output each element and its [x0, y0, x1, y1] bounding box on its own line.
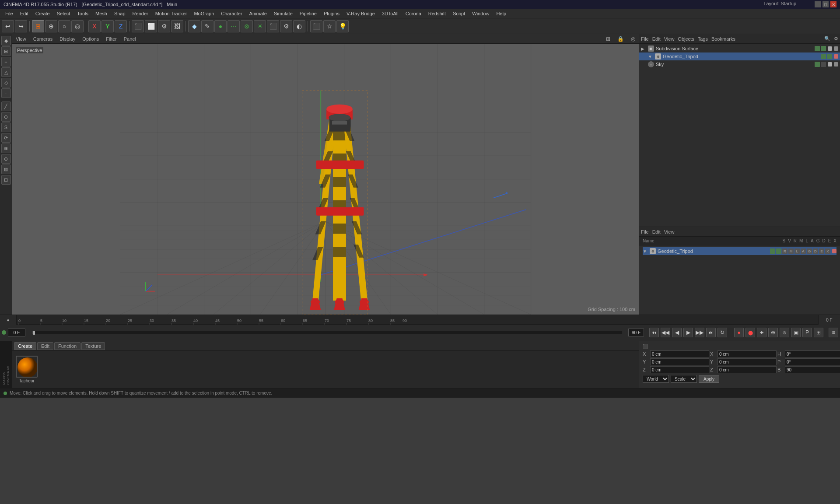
viewport-options-menu[interactable]: Options — [82, 36, 99, 42]
mat-tab-create[interactable]: Create — [14, 342, 36, 350]
mat-tab-texture[interactable]: Texture — [81, 342, 105, 350]
menu-window[interactable]: Window — [469, 10, 493, 17]
render-vis-btn[interactable] — [821, 46, 826, 51]
motion-blur-button[interactable]: ⊕ — [768, 328, 778, 337]
menu-file[interactable]: File — [2, 10, 17, 17]
render-btn[interactable]: ▣ — [791, 328, 801, 337]
viewport-expand-icon[interactable]: ⊞ — [606, 36, 610, 42]
z-axis-button[interactable]: Z — [115, 20, 127, 32]
material-button[interactable]: ◐ — [293, 20, 305, 32]
menu-mograph[interactable]: MoGraph — [190, 10, 217, 17]
apply-button[interactable]: Apply — [699, 375, 719, 383]
grid-button[interactable]: 💡 — [336, 20, 349, 32]
y-axis-button[interactable]: Y — [102, 20, 114, 32]
mesh-tool-button[interactable]: ⊠ — [1, 164, 11, 174]
menu-corona[interactable]: Corona — [402, 10, 425, 17]
polygon-mode-button[interactable]: △ — [1, 67, 11, 77]
world-dropdown[interactable]: World Object — [643, 375, 669, 383]
vis-btn3[interactable] — [815, 62, 820, 67]
viewport-filter-menu[interactable]: Filter — [106, 36, 116, 42]
viewport-view-menu[interactable]: View — [16, 36, 26, 42]
viewport-display-menu[interactable]: Display — [60, 36, 75, 42]
menu-simulate[interactable]: Simulate — [270, 10, 296, 17]
menu-plugins[interactable]: Plugins — [320, 10, 343, 17]
attr-m-icon[interactable]: M — [788, 248, 794, 254]
attr-e-icon[interactable]: E — [819, 248, 824, 254]
material-thumbnail[interactable] — [16, 356, 38, 378]
redo-button[interactable]: ↪ — [15, 20, 27, 32]
bend-tool-button[interactable]: ⊕ — [1, 154, 11, 164]
menu-character[interactable]: Character — [217, 10, 245, 17]
snap-tool-button[interactable]: ⊡ — [1, 175, 11, 185]
deform-button[interactable]: ⊗ — [241, 20, 253, 32]
render-btn3[interactable] — [821, 62, 826, 67]
menu-3dto[interactable]: 3DToAll — [378, 10, 402, 17]
attr-s-icon[interactable] — [770, 248, 775, 254]
play-button[interactable]: ▶ — [683, 328, 693, 337]
minimize-button[interactable]: — — [815, 1, 821, 7]
end-frame-input[interactable] — [628, 329, 644, 336]
menu-script[interactable]: Script — [449, 10, 469, 17]
menu-motion-tracker[interactable]: Motion Tracker — [152, 10, 191, 17]
h-input[interactable] — [785, 350, 840, 357]
goto-start-button[interactable]: ⏮ — [649, 328, 659, 337]
loop-button[interactable]: ↻ — [718, 328, 727, 337]
texture-mode-button[interactable]: ⊞ — [1, 46, 11, 56]
maximize-button[interactable]: □ — [822, 1, 829, 7]
attr-d-icon[interactable]: D — [813, 248, 818, 254]
line-tool-button[interactable]: ╱ — [1, 102, 11, 111]
render-btn2[interactable] — [827, 54, 832, 59]
next-key-button[interactable]: ▶▶ — [695, 328, 704, 337]
twist-tool-button[interactable]: ⟳ — [1, 133, 11, 143]
fps-button[interactable]: ◎ — [780, 328, 789, 337]
key-all-button[interactable]: ✚ — [757, 328, 766, 337]
mat-tab-function[interactable]: Function — [54, 342, 80, 350]
menu-snap[interactable]: Snap — [111, 10, 129, 17]
undo-button[interactable]: ↩ — [2, 20, 14, 32]
menu-select[interactable]: Select — [53, 10, 74, 17]
viewport[interactable]: Perspective Grid Spacing : 100 cm — [12, 44, 639, 315]
attr-r-icon[interactable]: R — [782, 248, 788, 254]
viewport-lock-icon[interactable]: 🔒 — [617, 36, 624, 42]
menu-vray[interactable]: V-Ray Bridge — [343, 10, 378, 17]
vis-btn2[interactable] — [821, 54, 826, 59]
menu-animate[interactable]: Animate — [246, 10, 270, 17]
menu-tools[interactable]: Tools — [74, 10, 92, 17]
obj-search-icon[interactable]: 🔍 — [824, 36, 830, 42]
spline-button[interactable]: ⋯ — [228, 20, 240, 32]
paint-button[interactable]: ● — [214, 20, 227, 32]
soft-sel-button[interactable]: S — [1, 122, 11, 132]
cube-button[interactable]: ◆ — [188, 20, 200, 32]
menu-mesh[interactable]: Mesh — [92, 10, 111, 17]
pencil-button[interactable]: ✎ — [201, 20, 214, 32]
z-pos-input[interactable] — [650, 366, 709, 373]
object-mode-button[interactable]: ⬛ — [132, 20, 144, 32]
object-item-sky[interactable]: ○ Sky — [639, 60, 840, 68]
record-button[interactable]: ● — [734, 328, 744, 337]
camera-button[interactable]: ⬛ — [267, 20, 279, 32]
menu-render[interactable]: Render — [129, 10, 152, 17]
render-view-button[interactable]: ⬜ — [145, 20, 157, 32]
attr-item-geodetic[interactable]: ▼ ⊕ Geodetic_Tripod R M L A G D E X — [643, 247, 836, 255]
scale-dropdown[interactable]: Scale Size — [671, 375, 697, 383]
object-item-geodetic[interactable]: ▼ ⊕ Geodetic_Tripod — [639, 52, 840, 60]
obj-edit-menu[interactable]: Edit — [652, 36, 661, 42]
attr-x-icon[interactable]: X — [825, 248, 830, 254]
viewport-solo-icon[interactable]: ◎ — [631, 36, 635, 42]
warp-tool-button[interactable]: ≋ — [1, 144, 11, 153]
magnet-tool-button[interactable]: ⊙ — [1, 112, 11, 122]
attr-a-icon[interactable]: A — [801, 248, 806, 254]
menu-edit[interactable]: Edit — [17, 10, 32, 17]
edge-mode-button[interactable]: ◇ — [1, 78, 11, 88]
live-select-button[interactable]: ⊞ — [32, 20, 44, 32]
menu-pipeline[interactable]: Pipeline — [296, 10, 320, 17]
attr-v-icon[interactable] — [776, 248, 781, 254]
texture-button[interactable]: ⚙ — [280, 20, 292, 32]
attr-edit-menu[interactable]: Edit — [652, 229, 661, 234]
menu-help[interactable]: Help — [493, 10, 510, 17]
sky-button[interactable]: ☆ — [323, 20, 336, 32]
model-mode-button[interactable]: ◆ — [1, 36, 11, 46]
attr-view-menu[interactable]: View — [664, 229, 675, 234]
timeline-scrubber[interactable] — [32, 331, 623, 334]
material-item-tacheor[interactable]: Tacheor — [16, 356, 38, 383]
